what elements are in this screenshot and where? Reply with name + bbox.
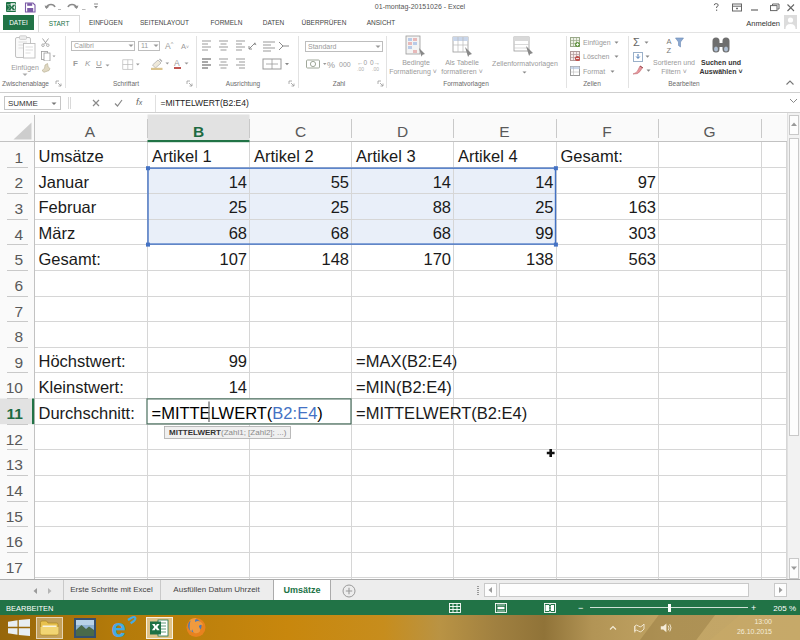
svg-text:Artikel 3: Artikel 3: [356, 147, 416, 165]
svg-text:Kleinstwert:: Kleinstwert:: [39, 377, 124, 395]
svg-text:163: 163: [628, 198, 656, 216]
svg-text:563: 563: [628, 249, 656, 267]
svg-text:303: 303: [628, 224, 656, 242]
svg-text:17: 17: [6, 559, 23, 576]
svg-text:Artikel 4: Artikel 4: [458, 147, 518, 165]
svg-text:148: 148: [321, 249, 349, 267]
svg-text:6: 6: [14, 276, 23, 293]
svg-text:=MITTELWERT(B2:E4): =MITTELWERT(B2:E4): [356, 403, 527, 421]
svg-text:A: A: [667, 37, 672, 46]
svg-text:Gesamt:: Gesamt:: [39, 249, 101, 267]
svg-text:Januar: Januar: [39, 172, 90, 190]
svg-text:Z: Z: [667, 46, 672, 55]
svg-text:F: F: [602, 122, 611, 139]
svg-text:Durchschnitt:: Durchschnitt:: [39, 403, 135, 421]
svg-text:14: 14: [433, 172, 451, 190]
svg-text:9: 9: [14, 353, 23, 370]
svg-text:000: 000: [339, 61, 351, 68]
svg-text:A: A: [85, 122, 96, 139]
svg-text:10: 10: [6, 379, 24, 396]
svg-text:B: B: [193, 122, 204, 139]
svg-text:D: D: [397, 122, 408, 139]
svg-text:=MITTELWERT(B2:E4): =MITTELWERT(B2:E4): [152, 403, 323, 421]
svg-text:14: 14: [229, 172, 247, 190]
svg-text:=MAX(B2:E4): =MAX(B2:E4): [356, 352, 457, 370]
svg-text:Gesamt:: Gesamt:: [561, 147, 623, 165]
svg-text:1: 1: [14, 148, 23, 165]
svg-text:7: 7: [14, 302, 23, 319]
svg-text:107: 107: [219, 249, 247, 267]
svg-text:25: 25: [331, 198, 349, 216]
svg-text:5: 5: [14, 251, 23, 268]
svg-text:25: 25: [535, 198, 553, 216]
svg-text:e: e: [112, 615, 126, 640]
svg-text:99: 99: [535, 224, 553, 242]
svg-text:Höchstwert:: Höchstwert:: [39, 352, 126, 370]
svg-text:Artikel 1: Artikel 1: [152, 147, 212, 165]
svg-text:14: 14: [535, 172, 553, 190]
svg-text:8: 8: [14, 328, 23, 345]
svg-text:Februar: Februar: [39, 198, 97, 216]
svg-text:.00: .00: [357, 65, 364, 71]
svg-text:68: 68: [229, 224, 247, 242]
svg-text:68: 68: [331, 224, 349, 242]
svg-text:16: 16: [6, 533, 23, 550]
svg-text:3: 3: [14, 199, 23, 216]
svg-text:97: 97: [638, 172, 656, 190]
svg-text:138: 138: [526, 249, 554, 267]
svg-text:C: C: [295, 122, 306, 139]
svg-text:68: 68: [433, 224, 451, 242]
svg-text:MITTELWERT(Zahl1; [Zahl2]; ...: MITTELWERT(Zahl1; [Zahl2]; ...): [169, 428, 287, 437]
svg-text:.00: .00: [372, 65, 379, 71]
svg-text:%: %: [327, 59, 335, 69]
svg-text:99: 99: [229, 352, 247, 370]
svg-text:88: 88: [433, 198, 451, 216]
svg-text:13: 13: [6, 456, 23, 473]
svg-text:=MIN(B2:E4): =MIN(B2:E4): [356, 377, 452, 395]
svg-text:März: März: [39, 224, 76, 242]
svg-text:2: 2: [14, 174, 23, 191]
svg-text:11: 11: [7, 405, 24, 422]
svg-text:170: 170: [423, 249, 451, 267]
svg-text:14: 14: [229, 377, 247, 395]
svg-text:25: 25: [229, 198, 247, 216]
svg-text:G: G: [703, 122, 715, 139]
svg-text:Artikel 2: Artikel 2: [254, 147, 314, 165]
svg-text:12: 12: [6, 430, 23, 447]
svg-text:15: 15: [6, 507, 23, 524]
svg-text:Umsätze: Umsätze: [39, 147, 104, 165]
svg-text:55: 55: [331, 172, 349, 190]
svg-text:14: 14: [6, 482, 24, 499]
svg-text:E: E: [499, 122, 509, 139]
svg-text:4: 4: [14, 225, 23, 242]
